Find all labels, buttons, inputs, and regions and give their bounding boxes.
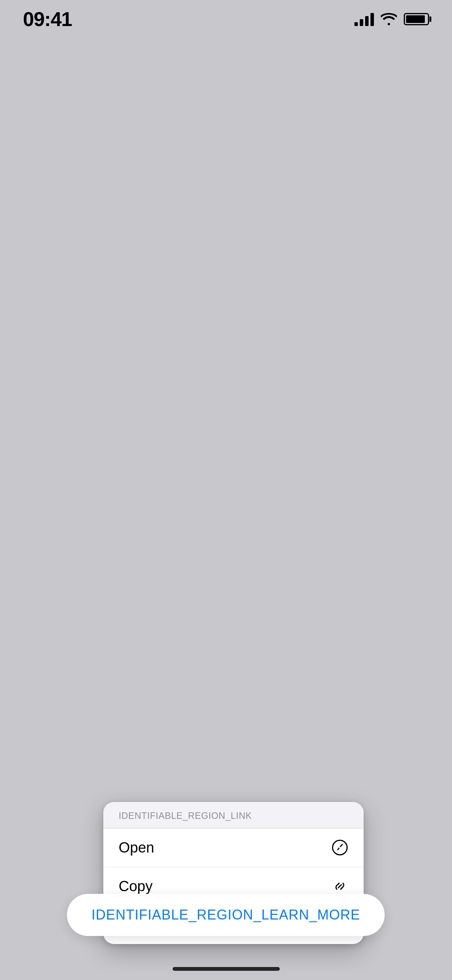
wifi-icon — [381, 13, 397, 25]
battery-icon — [404, 13, 429, 25]
signal-bar-3 — [365, 16, 369, 26]
signal-bar-4 — [370, 13, 374, 26]
learn-more-button[interactable]: IDENTIFIABLE_REGION_LEARN_MORE — [67, 894, 385, 936]
status-bar: 09:41 — [0, 0, 452, 38]
menu-item-open[interactable]: Open — [103, 828, 364, 867]
context-menu-header: IDENTIFIABLE_REGION_LINK — [103, 802, 364, 828]
signal-bar-1 — [354, 22, 358, 26]
menu-open-label: Open — [119, 840, 154, 856]
home-indicator — [173, 967, 280, 971]
svg-point-2 — [339, 847, 341, 848]
signal-bars-icon — [354, 12, 374, 26]
compass-icon — [331, 839, 348, 856]
battery-fill — [406, 15, 425, 23]
menu-copy-label: Copy — [119, 878, 153, 895]
status-icons — [354, 12, 429, 26]
context-menu-url: IDENTIFIABLE_REGION_LINK — [119, 810, 252, 821]
link-icon — [331, 878, 348, 895]
status-time: 09:41 — [23, 8, 72, 31]
learn-more-label: IDENTIFIABLE_REGION_LEARN_MORE — [91, 907, 360, 923]
signal-bar-2 — [360, 19, 363, 26]
